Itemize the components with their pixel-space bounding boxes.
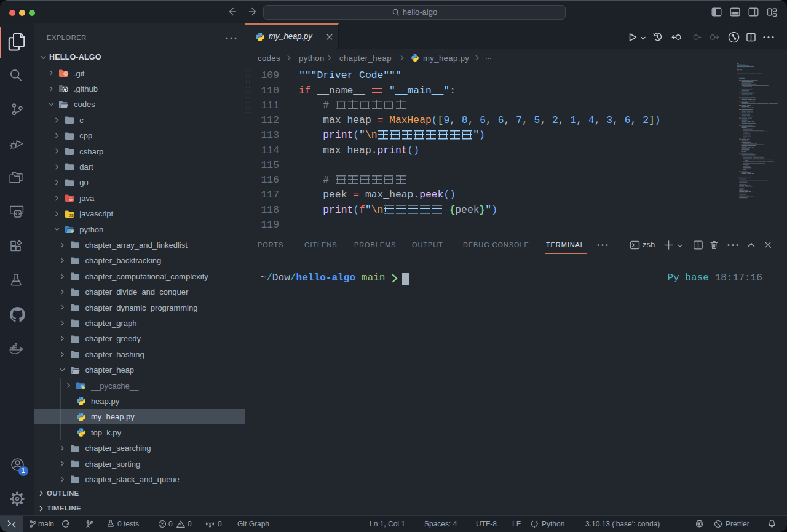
svg-text:JS: JS — [69, 213, 74, 217]
